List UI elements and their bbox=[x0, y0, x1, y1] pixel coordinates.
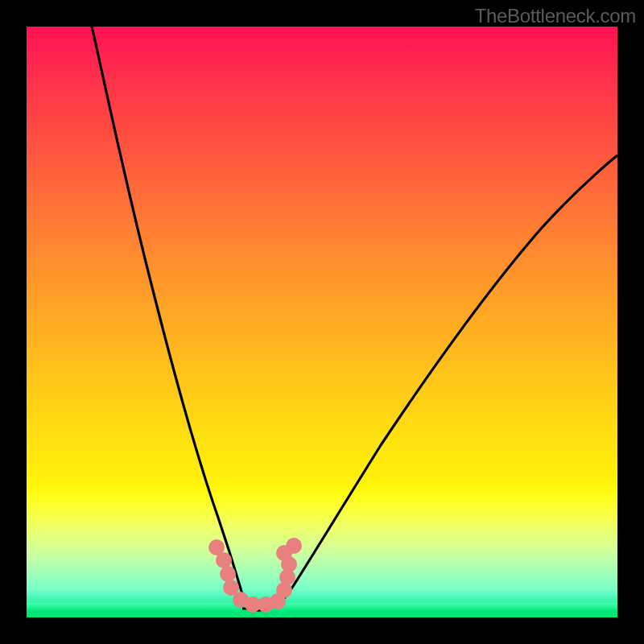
svg-point-1 bbox=[216, 552, 232, 568]
svg-point-2 bbox=[220, 566, 236, 582]
pink-point-series bbox=[208, 538, 302, 613]
watermark-text: TheBottleneck.com bbox=[475, 5, 636, 27]
plot-area bbox=[27, 27, 617, 617]
black-curve-right bbox=[255, 155, 617, 610]
black-curve-left bbox=[92, 27, 255, 610]
chart-container: TheBottleneck.com bbox=[0, 0, 644, 644]
svg-point-12 bbox=[286, 538, 302, 554]
curve-layer bbox=[27, 27, 617, 617]
